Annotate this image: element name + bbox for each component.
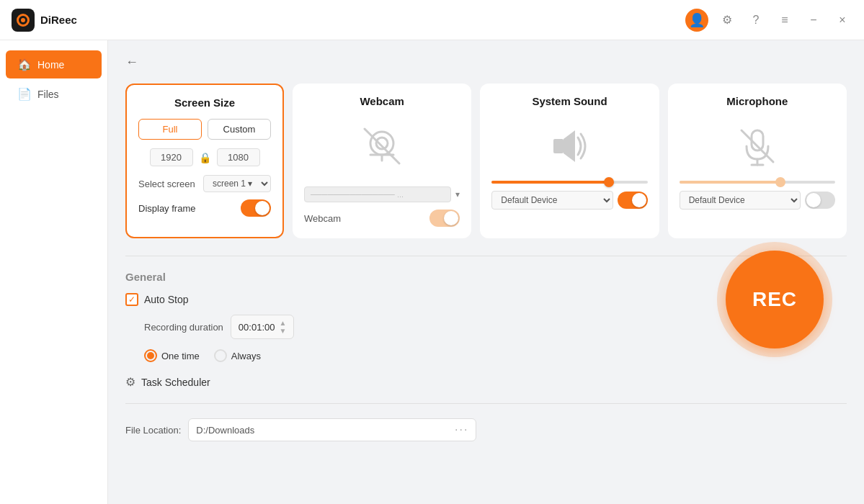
file-location-row: File Location: D:/Downloads ···	[125, 418, 847, 441]
system-sound-device-select[interactable]: Default Device	[491, 191, 613, 210]
rec-label: REC	[752, 288, 797, 311]
gear-icon: ⚙	[125, 375, 135, 389]
home-icon: 🏠	[17, 58, 32, 71]
always-radio[interactable]: Always	[214, 349, 261, 362]
system-sound-slider-fill	[491, 181, 608, 184]
svg-marker-6	[564, 130, 575, 162]
webcam-toggle[interactable]	[429, 210, 460, 227]
microphone-device-select[interactable]: Default Device	[680, 191, 801, 210]
system-sound-device-row: Default Device	[491, 191, 647, 210]
menu-icon[interactable]: ≡	[775, 10, 795, 30]
system-sound-card: System Sound	[480, 84, 659, 238]
webcam-label: Webcam	[304, 213, 341, 224]
avatar-icon[interactable]: 👤	[685, 9, 708, 32]
webcam-dropdown-arrow[interactable]: ▾	[455, 189, 460, 199]
cards-row: Screen Size Full Custom 🔒 Select screen …	[125, 84, 847, 238]
microphone-slider-row	[680, 181, 835, 184]
back-button[interactable]: ←	[125, 52, 146, 72]
system-sound-slider-thumb	[604, 177, 614, 187]
custom-button[interactable]: Custom	[208, 119, 271, 140]
svg-rect-5	[553, 139, 564, 153]
webcam-dropdown-row: ─────────────── ... ▾	[304, 186, 460, 202]
webcam-icon-wrap	[304, 117, 460, 175]
content-wrapper: ← Screen Size Full Custom 🔒	[125, 52, 847, 441]
display-frame-toggle[interactable]	[241, 199, 271, 217]
help-icon[interactable]: ?	[746, 10, 766, 30]
always-radio-outer	[214, 349, 227, 362]
close-icon[interactable]: ×	[832, 10, 852, 30]
screen-size-title: Screen Size	[138, 96, 271, 109]
task-scheduler-label: Task Scheduler	[141, 377, 210, 388]
sound-icon-wrap	[491, 117, 647, 175]
webcam-icon	[359, 123, 405, 169]
one-time-radio-outer	[144, 349, 157, 362]
svg-point-0	[370, 132, 393, 155]
display-frame-row: Display frame	[138, 199, 271, 217]
title-bar: DiReec 👤 ⚙ ? ≡ − ×	[0, 0, 864, 40]
general-section: General ✓ Auto Stop Recording duration 0…	[125, 271, 847, 441]
microphone-icon	[736, 125, 779, 168]
system-sound-title: System Sound	[491, 95, 647, 107]
mic-icon-wrap	[680, 117, 835, 175]
microphone-title: Microphone	[680, 95, 835, 107]
width-input[interactable]	[150, 148, 193, 166]
resolution-row: 🔒	[138, 148, 271, 166]
microphone-slider-fill	[680, 181, 781, 184]
duration-input[interactable]: 00:01:00 ▲ ▼	[231, 315, 295, 339]
app-name: DiReec	[40, 14, 77, 26]
system-sound-slider-row	[491, 181, 647, 184]
minimize-icon[interactable]: −	[803, 10, 824, 30]
app-logo	[12, 9, 35, 32]
settings-icon[interactable]: ⚙	[717, 10, 737, 30]
task-scheduler-row[interactable]: ⚙ Task Scheduler	[125, 375, 847, 389]
sidebar-label-files: Files	[37, 89, 59, 100]
webcam-title: Webcam	[304, 95, 460, 107]
rec-outer-ring: REC	[717, 242, 832, 357]
system-sound-slider-track[interactable]	[491, 181, 647, 184]
rec-button[interactable]: REC	[726, 251, 824, 348]
system-sound-icon	[548, 125, 591, 168]
microphone-toggle[interactable]	[805, 192, 835, 209]
one-time-radio[interactable]: One time	[144, 349, 200, 362]
duration-spinners[interactable]: ▲ ▼	[279, 319, 286, 335]
size-buttons: Full Custom	[138, 119, 271, 140]
sidebar-item-files[interactable]: 📄 Files	[6, 80, 102, 108]
files-icon: 📄	[17, 87, 32, 101]
divider2	[125, 403, 847, 404]
system-sound-toggle[interactable]	[618, 192, 648, 209]
webcam-card: Webcam ─────────────── ... ▾	[293, 84, 471, 238]
rec-button-area: REC	[717, 242, 832, 357]
auto-stop-checkbox[interactable]: ✓	[125, 293, 138, 306]
duration-value: 00:01:00	[239, 322, 275, 333]
microphone-device-row: Default Device	[680, 191, 835, 210]
sidebar-item-home[interactable]: 🏠 Home	[6, 50, 102, 78]
microphone-slider-track[interactable]	[680, 181, 835, 184]
display-frame-label: Display frame	[138, 203, 195, 214]
content-area: ← Screen Size Full Custom 🔒	[108, 40, 864, 504]
screen-size-card: Screen Size Full Custom 🔒 Select screen …	[125, 84, 284, 238]
one-time-label: One time	[161, 351, 200, 361]
microphone-slider-thumb	[775, 177, 785, 187]
webcam-label-row: Webcam	[304, 210, 460, 227]
sidebar-label-home: Home	[37, 59, 64, 71]
screen-select[interactable]: screen 1 ▾	[203, 175, 271, 192]
webcam-dropdown[interactable]: ─────────────── ...	[304, 186, 451, 202]
main-layout: 🏠 Home 📄 Files ← Screen Size Full Custom	[0, 40, 864, 504]
file-location-label: File Location:	[125, 425, 181, 436]
select-screen-label: Select screen	[138, 179, 195, 189]
lock-icon: 🔒	[199, 152, 211, 163]
file-dots-button[interactable]: ···	[455, 423, 468, 436]
file-path-input[interactable]: D:/Downloads ···	[188, 418, 476, 441]
title-bar-controls: 👤 ⚙ ? ≡ − ×	[685, 9, 852, 32]
file-path-value: D:/Downloads	[196, 425, 254, 436]
recording-duration-label: Recording duration	[144, 322, 223, 333]
microphone-card: Microphone	[668, 84, 847, 238]
height-input[interactable]	[217, 148, 260, 166]
always-label: Always	[231, 351, 261, 361]
sidebar: 🏠 Home 📄 Files	[0, 40, 108, 504]
full-button[interactable]: Full	[138, 119, 202, 140]
auto-stop-label: Auto Stop	[144, 294, 189, 305]
select-screen-row: Select screen screen 1 ▾	[138, 175, 271, 192]
